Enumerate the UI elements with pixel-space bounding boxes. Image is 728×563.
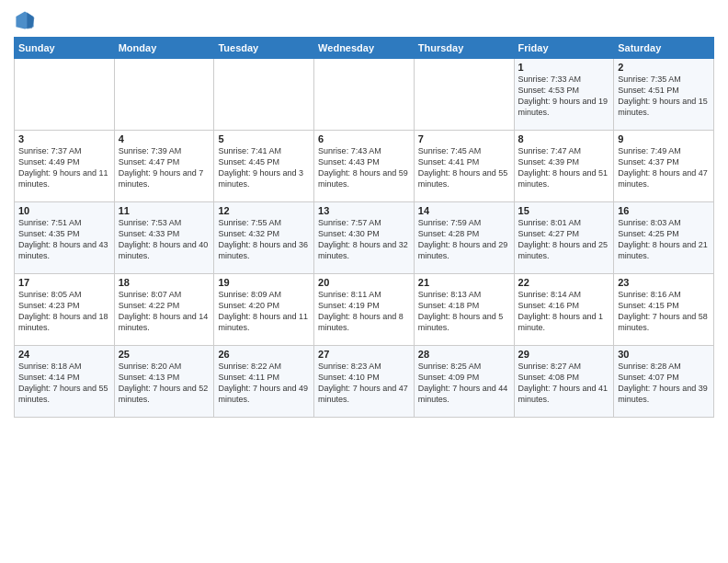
- day-number: 2: [618, 62, 710, 73]
- calendar-cell: 12Sunrise: 7:55 AM Sunset: 4:32 PM Dayli…: [214, 202, 314, 274]
- day-number: 13: [318, 205, 410, 216]
- day-info: Sunrise: 8:09 AM Sunset: 4:20 PM Dayligh…: [218, 289, 310, 334]
- day-number: 14: [418, 205, 510, 216]
- day-info: Sunrise: 7:53 AM Sunset: 4:33 PM Dayligh…: [119, 217, 210, 262]
- day-info: Sunrise: 8:28 AM Sunset: 4:07 PM Dayligh…: [618, 361, 710, 406]
- calendar-week-5: 24Sunrise: 8:18 AM Sunset: 4:14 PM Dayli…: [15, 346, 714, 418]
- day-info: Sunrise: 8:20 AM Sunset: 4:13 PM Dayligh…: [119, 361, 210, 406]
- day-info: Sunrise: 8:22 AM Sunset: 4:11 PM Dayligh…: [218, 361, 310, 406]
- day-number: 5: [218, 133, 310, 144]
- calendar-cell: 29Sunrise: 8:27 AM Sunset: 4:08 PM Dayli…: [514, 346, 614, 418]
- calendar-week-3: 10Sunrise: 7:51 AM Sunset: 4:35 PM Dayli…: [15, 202, 714, 274]
- day-number: 7: [418, 133, 510, 144]
- day-info: Sunrise: 7:45 AM Sunset: 4:41 PM Dayligh…: [418, 145, 510, 190]
- logo-icon: [14, 9, 36, 31]
- day-info: Sunrise: 7:37 AM Sunset: 4:49 PM Dayligh…: [18, 145, 110, 190]
- day-number: 15: [518, 205, 610, 216]
- calendar-cell: [414, 59, 514, 131]
- calendar-cell: 13Sunrise: 7:57 AM Sunset: 4:30 PM Dayli…: [314, 202, 415, 274]
- day-number: 16: [618, 205, 710, 216]
- calendar-cell: 21Sunrise: 8:13 AM Sunset: 4:18 PM Dayli…: [414, 274, 514, 346]
- calendar-cell: [214, 59, 314, 131]
- day-info: Sunrise: 7:35 AM Sunset: 4:51 PM Dayligh…: [618, 74, 710, 119]
- calendar-cell: 28Sunrise: 8:25 AM Sunset: 4:09 PM Dayli…: [414, 346, 514, 418]
- day-info: Sunrise: 7:33 AM Sunset: 4:53 PM Dayligh…: [518, 74, 610, 119]
- day-info: Sunrise: 8:18 AM Sunset: 4:14 PM Dayligh…: [18, 361, 110, 406]
- calendar-cell: 22Sunrise: 8:14 AM Sunset: 4:16 PM Dayli…: [514, 274, 614, 346]
- calendar-cell: 25Sunrise: 8:20 AM Sunset: 4:13 PM Dayli…: [114, 346, 214, 418]
- calendar-cell: 26Sunrise: 8:22 AM Sunset: 4:11 PM Dayli…: [214, 346, 314, 418]
- day-info: Sunrise: 7:51 AM Sunset: 4:35 PM Dayligh…: [18, 217, 110, 262]
- calendar-cell: 9Sunrise: 7:49 AM Sunset: 4:37 PM Daylig…: [614, 131, 714, 202]
- calendar-cell: 4Sunrise: 7:39 AM Sunset: 4:47 PM Daylig…: [114, 131, 214, 202]
- day-info: Sunrise: 8:05 AM Sunset: 4:23 PM Dayligh…: [18, 289, 110, 334]
- day-info: Sunrise: 7:47 AM Sunset: 4:39 PM Dayligh…: [518, 145, 610, 190]
- calendar-cell: [15, 59, 115, 131]
- logo: [14, 9, 40, 31]
- calendar-cell: 18Sunrise: 8:07 AM Sunset: 4:22 PM Dayli…: [114, 274, 214, 346]
- calendar-cell: 11Sunrise: 7:53 AM Sunset: 4:33 PM Dayli…: [114, 202, 214, 274]
- header-day-wednesday: Wednesday: [314, 38, 415, 59]
- day-number: 27: [318, 349, 410, 360]
- header: [14, 9, 714, 31]
- day-number: 19: [218, 277, 310, 288]
- day-info: Sunrise: 8:11 AM Sunset: 4:19 PM Dayligh…: [318, 289, 410, 334]
- calendar-cell: 1Sunrise: 7:33 AM Sunset: 4:53 PM Daylig…: [514, 59, 614, 131]
- header-day-sunday: Sunday: [15, 38, 115, 59]
- calendar-cell: 7Sunrise: 7:45 AM Sunset: 4:41 PM Daylig…: [414, 131, 514, 202]
- day-info: Sunrise: 8:03 AM Sunset: 4:25 PM Dayligh…: [618, 217, 710, 262]
- day-number: 9: [618, 133, 710, 144]
- calendar-body: 1Sunrise: 7:33 AM Sunset: 4:53 PM Daylig…: [15, 59, 714, 418]
- calendar-cell: 19Sunrise: 8:09 AM Sunset: 4:20 PM Dayli…: [214, 274, 314, 346]
- calendar-cell: [114, 59, 214, 131]
- calendar-cell: [314, 59, 415, 131]
- calendar-cell: 10Sunrise: 7:51 AM Sunset: 4:35 PM Dayli…: [15, 202, 115, 274]
- calendar-cell: 23Sunrise: 8:16 AM Sunset: 4:15 PM Dayli…: [614, 274, 714, 346]
- day-number: 10: [18, 205, 110, 216]
- calendar-cell: 6Sunrise: 7:43 AM Sunset: 4:43 PM Daylig…: [314, 131, 415, 202]
- calendar-cell: 14Sunrise: 7:59 AM Sunset: 4:28 PM Dayli…: [414, 202, 514, 274]
- day-number: 21: [418, 277, 510, 288]
- calendar-cell: 30Sunrise: 8:28 AM Sunset: 4:07 PM Dayli…: [614, 346, 714, 418]
- day-number: 23: [618, 277, 710, 288]
- calendar-cell: 2Sunrise: 7:35 AM Sunset: 4:51 PM Daylig…: [614, 59, 714, 131]
- day-number: 17: [18, 277, 110, 288]
- calendar-cell: 16Sunrise: 8:03 AM Sunset: 4:25 PM Dayli…: [614, 202, 714, 274]
- day-number: 28: [418, 349, 510, 360]
- day-number: 22: [518, 277, 610, 288]
- day-number: 6: [318, 133, 410, 144]
- day-number: 3: [18, 133, 110, 144]
- calendar-cell: 5Sunrise: 7:41 AM Sunset: 4:45 PM Daylig…: [214, 131, 314, 202]
- page-container: SundayMondayTuesdayWednesdayThursdayFrid…: [0, 0, 728, 427]
- day-number: 12: [218, 205, 310, 216]
- calendar-cell: 20Sunrise: 8:11 AM Sunset: 4:19 PM Dayli…: [314, 274, 415, 346]
- day-number: 11: [119, 205, 210, 216]
- day-info: Sunrise: 7:59 AM Sunset: 4:28 PM Dayligh…: [418, 217, 510, 262]
- day-info: Sunrise: 7:55 AM Sunset: 4:32 PM Dayligh…: [218, 217, 310, 262]
- day-number: 29: [518, 349, 610, 360]
- calendar-week-1: 1Sunrise: 7:33 AM Sunset: 4:53 PM Daylig…: [15, 59, 714, 131]
- day-info: Sunrise: 7:49 AM Sunset: 4:37 PM Dayligh…: [618, 145, 710, 190]
- calendar-cell: 27Sunrise: 8:23 AM Sunset: 4:10 PM Dayli…: [314, 346, 415, 418]
- calendar-cell: 3Sunrise: 7:37 AM Sunset: 4:49 PM Daylig…: [15, 131, 115, 202]
- day-number: 25: [119, 349, 210, 360]
- header-day-monday: Monday: [114, 38, 214, 59]
- calendar-table: SundayMondayTuesdayWednesdayThursdayFrid…: [14, 37, 714, 418]
- calendar-cell: 8Sunrise: 7:47 AM Sunset: 4:39 PM Daylig…: [514, 131, 614, 202]
- day-info: Sunrise: 8:23 AM Sunset: 4:10 PM Dayligh…: [318, 361, 410, 406]
- calendar-cell: 15Sunrise: 8:01 AM Sunset: 4:27 PM Dayli…: [514, 202, 614, 274]
- day-number: 20: [318, 277, 410, 288]
- day-info: Sunrise: 7:57 AM Sunset: 4:30 PM Dayligh…: [318, 217, 410, 262]
- calendar-week-4: 17Sunrise: 8:05 AM Sunset: 4:23 PM Dayli…: [15, 274, 714, 346]
- day-info: Sunrise: 8:01 AM Sunset: 4:27 PM Dayligh…: [518, 217, 610, 262]
- day-number: 1: [518, 62, 610, 73]
- day-number: 18: [119, 277, 210, 288]
- day-info: Sunrise: 8:14 AM Sunset: 4:16 PM Dayligh…: [518, 289, 610, 334]
- day-info: Sunrise: 8:16 AM Sunset: 4:15 PM Dayligh…: [618, 289, 710, 334]
- day-info: Sunrise: 8:27 AM Sunset: 4:08 PM Dayligh…: [518, 361, 610, 406]
- day-number: 30: [618, 349, 710, 360]
- calendar-header-row: SundayMondayTuesdayWednesdayThursdayFrid…: [15, 38, 714, 59]
- calendar-week-2: 3Sunrise: 7:37 AM Sunset: 4:49 PM Daylig…: [15, 131, 714, 202]
- day-number: 4: [119, 133, 210, 144]
- header-day-thursday: Thursday: [414, 38, 514, 59]
